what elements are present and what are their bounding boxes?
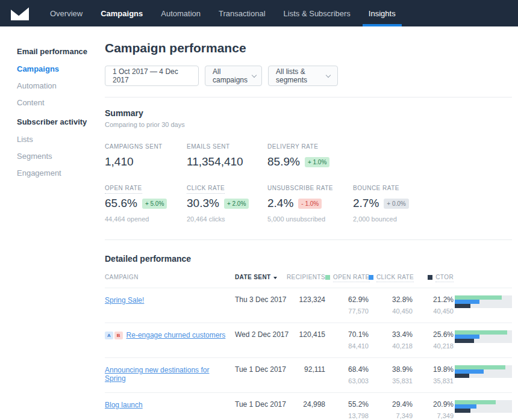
campaign-link[interactable]: Announcing new destinations for Spring <box>105 366 229 383</box>
ab-test-badges: AB <box>105 332 123 339</box>
nav-item-transactional[interactable]: Transactional <box>210 0 275 26</box>
recipients-cell: 120,415 <box>287 330 325 350</box>
rate-bars-chart <box>454 295 512 315</box>
campaign-link[interactable]: Blog launch <box>105 401 143 409</box>
bar-track <box>455 295 512 308</box>
main-content: Campaign performance 1 Oct 2017 — 4 Dec … <box>105 26 518 420</box>
chevron-down-icon <box>326 72 331 77</box>
recipients-cell: 24,998 <box>287 400 325 419</box>
ctor-cell: 19.8% 35,831 <box>413 365 454 384</box>
metric-label: OPEN RATE <box>105 185 187 191</box>
click-rate-bar <box>455 335 479 339</box>
open-rate-bar <box>455 330 507 335</box>
metric-value: 1,410 <box>105 155 134 168</box>
open-rate-cell: 55.2% 13,798 <box>325 400 369 419</box>
detailed-performance-section: Detailed performance CAMPAIGN DATE SENT … <box>105 254 512 420</box>
metric-delivery-rate: DELIVERY RATE 85.9% + 1.0% <box>267 143 353 168</box>
metric-change-badge: + 2.0% <box>224 199 249 209</box>
chevron-down-icon <box>252 72 257 77</box>
ctor-cell: 20.9% 7,349 <box>413 400 454 419</box>
metric-sub-value: 2,000 bounced <box>353 215 512 223</box>
top-navigation: OverviewCampaignsAutomationTransactional… <box>0 0 518 26</box>
table-row: Spring Sale! Thu 3 Dec 2017 123,324 62.9… <box>105 288 512 323</box>
metric-label: EMAILS SENT <box>187 143 267 150</box>
sidebar-item-campaigns[interactable]: Campaigns <box>17 64 105 73</box>
metric-emails-sent: EMAILS SENT 11,354,410 <box>187 143 267 168</box>
open-rate-swatch-icon <box>325 275 330 280</box>
campaigns-dropdown[interactable]: All campaigns <box>205 66 262 86</box>
ctor-bar <box>455 304 470 308</box>
date-range-value: 1 Oct 2017 — 4 Dec 2017 <box>113 67 191 84</box>
divider <box>105 97 512 97</box>
nav-item-insights[interactable]: Insights <box>360 0 405 26</box>
ab-badge-a: A <box>105 332 113 339</box>
date-sent-cell: Tue 1 Dec 2017 <box>235 400 287 419</box>
ctor-cell: 21.2% 40,450 <box>413 295 454 315</box>
ctor-cell: 25.6% 40,218 <box>413 330 454 350</box>
rate-bars-chart <box>454 330 512 350</box>
metric-label: DELIVERY RATE <box>267 143 353 150</box>
campaign-monitor-logo-icon[interactable] <box>11 0 29 26</box>
sidebar: Email performanceCampaignsAutomationCont… <box>0 26 105 185</box>
table-row: Blog launch Tue 1 Dec 2017 24,998 55.2% … <box>105 393 512 420</box>
click-rate-cell: 38.9% 35,831 <box>369 365 413 384</box>
campaign-link[interactable]: Spring Sale! <box>105 296 144 304</box>
open-rate-bar <box>455 365 505 369</box>
nav-item-automation[interactable]: Automation <box>152 0 210 26</box>
nav-item-overview[interactable]: Overview <box>41 0 92 26</box>
open-rate-cell: 68.4% 63,003 <box>325 365 369 384</box>
metric-change-badge: + 5.0% <box>142 199 167 209</box>
sidebar-item-automation[interactable]: Automation <box>17 81 105 90</box>
column-header-date-sent[interactable]: DATE SENT <box>235 274 287 280</box>
ab-badge-b: B <box>114 332 123 339</box>
open-rate-bar <box>455 295 502 300</box>
metric-value: 2.4% <box>267 197 293 210</box>
nav-item-lists-subscribers[interactable]: Lists & Subscribers <box>275 0 360 26</box>
metric-label: CAMPAIGNS SENT <box>105 143 187 150</box>
metric-campaigns-sent: CAMPAIGNS SENT 1,410 <box>105 143 187 168</box>
summary-metrics-row-1: CAMPAIGNS SENT 1,410 EMAILS SENT 11,354,… <box>105 143 512 168</box>
filter-bar: 1 Oct 2017 — 4 Dec 2017 All campaigns Al… <box>105 66 512 86</box>
metric-unsubscribe-rate: UNSUBSCRIBE RATE 2.4% - 1.0% 5,000 unsub… <box>267 185 353 223</box>
sidebar-item-lists[interactable]: Lists <box>17 135 105 144</box>
metric-open-rate: OPEN RATE 65.6% + 5.0% 44,464 opened <box>105 185 187 223</box>
table-body: Spring Sale! Thu 3 Dec 2017 123,324 62.9… <box>105 288 512 420</box>
summary-section: Summary Comparing to prior 30 days CAMPA… <box>105 108 512 223</box>
metric-value: 11,354,410 <box>187 155 243 168</box>
recipients-cell: 92,111 <box>287 365 325 384</box>
ctor-swatch-icon <box>428 275 432 280</box>
column-header-ctor[interactable]: CTOR <box>413 274 454 280</box>
metric-sub-value: 20,464 clicks <box>187 215 267 223</box>
column-header-campaign[interactable]: CAMPAIGN <box>105 274 235 280</box>
metric-click-rate: CLICK RATE 30.3% + 2.0% 20,464 clicks <box>187 185 267 223</box>
ctor-bar <box>455 374 469 378</box>
column-header-recipients[interactable]: RECIPIENTS <box>287 274 325 280</box>
sidebar-heading: Email performance <box>17 47 105 56</box>
nav-items: OverviewCampaignsAutomationTransactional… <box>41 0 405 26</box>
bar-track <box>455 400 512 413</box>
ctor-bar <box>455 339 474 343</box>
nav-item-campaigns[interactable]: Campaigns <box>92 0 152 26</box>
click-rate-cell: 29.4% 7,349 <box>369 400 413 419</box>
campaign-link[interactable]: Re-engage churned customers <box>126 331 226 339</box>
summary-subtitle: Comparing to prior 30 days <box>105 121 512 128</box>
column-header-click-rate[interactable]: CLICK RATE <box>369 274 413 280</box>
column-header-open-rate[interactable]: OPEN RATE <box>325 274 369 280</box>
metric-sub-value: 44,464 opened <box>105 215 187 223</box>
sidebar-item-engagement[interactable]: Engagement <box>17 168 105 178</box>
date-range-input[interactable]: 1 Oct 2017 — 4 Dec 2017 <box>105 66 199 86</box>
campaign-table: CAMPAIGN DATE SENT RECIPIENTS OPEN RATE … <box>105 274 512 420</box>
open-rate-bar <box>455 400 496 404</box>
sidebar-item-segments[interactable]: Segments <box>17 152 105 161</box>
campaigns-dropdown-value: All campaigns <box>213 67 248 84</box>
rate-bars-chart <box>454 400 512 419</box>
sidebar-item-content[interactable]: Content <box>17 98 105 107</box>
lists-segments-dropdown[interactable]: All lists & segments <box>268 66 338 86</box>
lists-dropdown-value: All lists & segments <box>276 67 322 84</box>
metric-label: CLICK RATE <box>187 185 267 191</box>
sidebar-heading: Subscriber activity <box>17 117 105 126</box>
metric-label: UNSUBSCRIBE RATE <box>267 185 353 191</box>
click-rate-swatch-icon <box>369 275 373 280</box>
bar-track <box>455 330 512 343</box>
date-sent-cell: Tue 1 Dec 2017 <box>235 365 287 384</box>
